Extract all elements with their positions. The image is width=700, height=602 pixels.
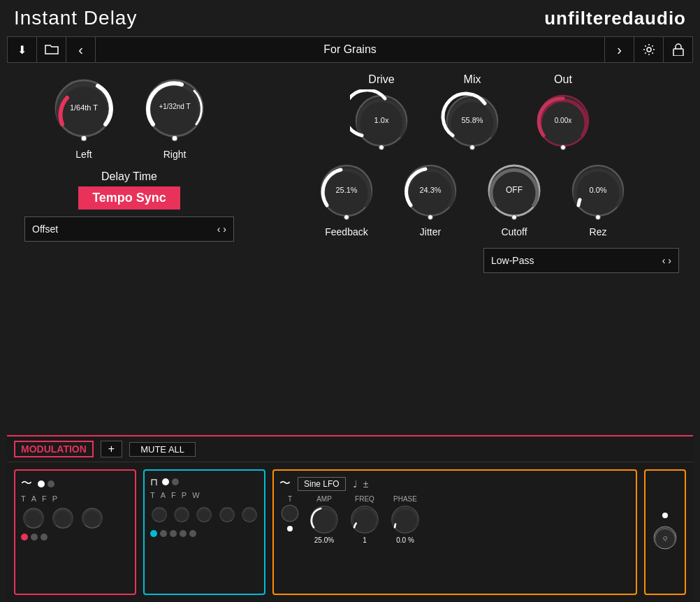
right-delay-label: Right: [163, 149, 187, 160]
mod-panels: 〜 T A F P: [7, 462, 693, 602]
left-delay-group: 1/64th T Left: [49, 73, 119, 160]
main-content: 1/64th T Left: [0, 66, 700, 435]
plugin-body: 1/64th T Left: [0, 66, 700, 602]
svg-rect-1: [673, 49, 683, 56]
mod-add-button[interactable]: +: [101, 441, 122, 457]
out-knob[interactable]: 0.00x: [532, 89, 595, 152]
amp-value: 25.0%: [314, 536, 334, 544]
t-knob[interactable]: [279, 503, 300, 524]
t-dot: [287, 526, 293, 531]
mod-knob-mini[interactable]: [80, 506, 105, 531]
svg-text:25.1%: 25.1%: [335, 186, 357, 194]
right-delay-group: +1/32nd T Right: [140, 73, 210, 160]
delay-time-label: Delay Time: [101, 170, 157, 183]
mix-group: Mix 55.8%: [441, 73, 504, 152]
cutoff-group: OFF Cutoff: [483, 159, 546, 237]
mod-status-dot: [170, 530, 177, 537]
mod-panel-2-header: ⊓: [150, 476, 258, 487]
mod-knob-mini[interactable]: [218, 502, 236, 527]
svg-point-22: [428, 215, 433, 220]
amp-label: AMP: [316, 495, 332, 503]
mod-knob-mini[interactable]: [50, 506, 75, 531]
svg-point-13: [470, 145, 475, 150]
t-label: T: [288, 495, 292, 503]
plugin-title: Instant Delay: [14, 7, 137, 29]
svg-text:24.3%: 24.3%: [419, 186, 441, 194]
top-knobs-row: Drive 1.0x Mix: [258, 73, 686, 152]
forward-button[interactable]: ›: [604, 36, 634, 63]
mod-panel-2-labels: T A F P W: [150, 491, 258, 499]
right-delay-knob[interactable]: +1/32nd T: [140, 73, 210, 143]
svg-text:OFF: OFF: [506, 185, 523, 195]
svg-point-40: [392, 506, 418, 533]
svg-text:0.00x: 0.00x: [555, 117, 571, 124]
tempo-sync-button[interactable]: Tempo Sync: [78, 186, 180, 210]
svg-point-38: [311, 506, 337, 533]
feedback-label: Feedback: [325, 226, 367, 237]
right-section: Drive 1.0x Mix: [258, 73, 686, 428]
mod-knob-mini[interactable]: [195, 502, 213, 527]
svg-point-28: [596, 215, 601, 220]
mod-panel-2-knobs: [150, 502, 258, 527]
square-wave-icon: ⊓: [150, 476, 156, 487]
panel4-dot: [662, 513, 668, 518]
mod-panel-1-labels: T A F P: [21, 494, 129, 503]
save-button[interactable]: ⬇: [8, 36, 37, 63]
jitter-group: 24.3% Jitter: [399, 159, 462, 237]
q-knob[interactable]: Q: [651, 524, 679, 552]
drive-label-top: Drive: [368, 73, 394, 86]
svg-point-16: [561, 145, 566, 150]
drive-group: Drive 1.0x: [350, 73, 413, 152]
settings-button[interactable]: [634, 36, 663, 63]
orange-icons: ♩ ±: [353, 478, 369, 490]
offset-label: Offset: [25, 223, 217, 235]
mod-knob-mini[interactable]: [21, 506, 46, 531]
mod-status-dot: [189, 530, 196, 537]
svg-point-30: [53, 508, 73, 528]
drive-knob[interactable]: 1.0x: [350, 89, 413, 152]
rez-label: Rez: [590, 226, 607, 237]
phase-value: 0.0 %: [396, 536, 414, 544]
mod-mute-button[interactable]: MUTE ALL: [129, 442, 196, 457]
freq-knob[interactable]: [348, 503, 381, 536]
svg-text:0.0%: 0.0%: [589, 186, 606, 194]
left-delay-knob[interactable]: 1/64th T: [49, 73, 119, 143]
mod-knob-mini[interactable]: [150, 502, 168, 527]
svg-point-0: [647, 47, 651, 52]
note-icon: ♩: [353, 478, 358, 490]
jitter-label: Jitter: [420, 226, 441, 237]
phase-knob[interactable]: [388, 503, 422, 536]
mix-knob[interactable]: 55.8%: [441, 89, 504, 152]
svg-point-10: [379, 145, 384, 150]
svg-point-19: [344, 215, 349, 220]
back-button[interactable]: ‹: [66, 36, 96, 63]
filter-type-label: Low-Pass: [484, 255, 662, 266]
mod-status-dot: [180, 530, 187, 537]
rez-knob[interactable]: 0.0%: [567, 159, 629, 222]
sine-wave-icon-1: 〜: [21, 476, 32, 491]
freq-label: FREQ: [355, 495, 374, 503]
svg-text:+1/32nd T: +1/32nd T: [159, 103, 190, 110]
svg-point-7: [172, 135, 177, 141]
mod-dot: [38, 480, 45, 487]
svg-text:1.0x: 1.0x: [374, 116, 389, 124]
mod-panel-1-knobs: [21, 506, 129, 531]
mod-header: MODULATION + MUTE ALL: [7, 436, 693, 462]
mod-status-dot: [21, 534, 28, 541]
modulation-label: MODULATION: [14, 441, 94, 457]
plus-icon: ±: [363, 478, 369, 490]
folder-button[interactable]: [37, 36, 66, 63]
amp-knob[interactable]: [307, 503, 341, 536]
filter-arrows[interactable]: ‹ ›: [662, 255, 678, 266]
lock-button[interactable]: [663, 36, 692, 63]
jitter-knob[interactable]: 24.3%: [399, 159, 462, 222]
offset-arrows[interactable]: ‹ ›: [217, 223, 233, 235]
mod-status-dot: [160, 530, 167, 537]
svg-point-33: [175, 508, 189, 522]
feedback-knob[interactable]: 25.1%: [315, 159, 378, 222]
delay-time-section: 1/64th T Left: [14, 73, 245, 428]
filter-type-selector: Low-Pass ‹ ›: [483, 248, 679, 273]
mod-knob-mini[interactable]: [173, 502, 191, 527]
mod-knob-mini[interactable]: [240, 502, 258, 527]
cutoff-knob[interactable]: OFF: [483, 159, 546, 222]
